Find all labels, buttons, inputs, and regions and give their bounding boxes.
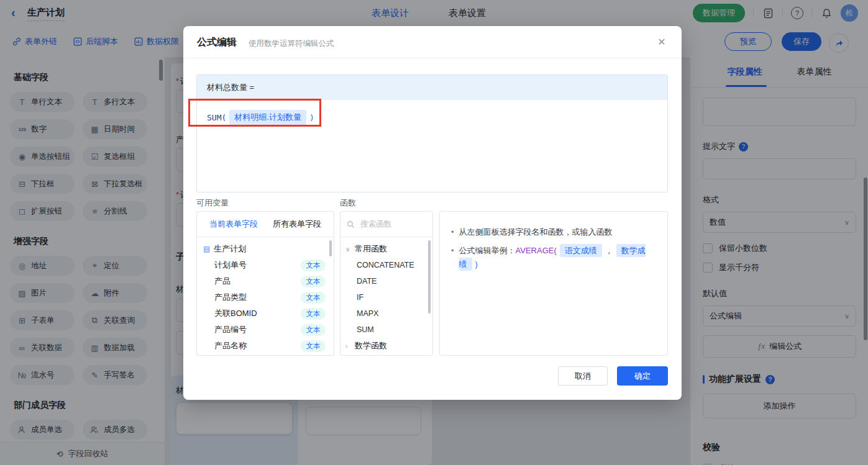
- comma-token: ，: [605, 246, 613, 255]
- function-item[interactable]: IF: [340, 289, 432, 305]
- hint-line-1: • 从左侧面板选择字段名和函数，或输入函数: [449, 225, 659, 239]
- example-chip-chinese-score: 语文成绩: [560, 244, 602, 257]
- modal-subtitle: 使用数学运算符编辑公式: [249, 38, 334, 49]
- close-paren-token: ): [475, 260, 478, 269]
- tab-all-form-fields[interactable]: 所有表单字段: [273, 219, 321, 230]
- variable-row[interactable]: 关联BOMID文本: [197, 305, 334, 322]
- modal-header: 公式编辑 使用数学运算符编辑公式 ×: [183, 26, 682, 58]
- type-tag: 文本: [301, 324, 326, 336]
- functions-scrollbar[interactable]: [428, 240, 431, 314]
- function-search-input[interactable]: [359, 219, 421, 229]
- app-root: ‹ 生产计划 表单设计 表单设置 数据管理 ? 检: [0, 0, 868, 465]
- hint-line-2: • 公式编辑举例：AVERAGE(语文成绩，数学成绩): [449, 244, 659, 271]
- type-tag: 文本: [301, 276, 326, 287]
- function-item[interactable]: DATE: [340, 273, 432, 289]
- bullet-icon: •: [451, 225, 454, 239]
- functions-label: 函数: [340, 197, 356, 209]
- formula-editor-box[interactable]: 材料总数量 = SUM( 材料明细.计划数量 ): [196, 74, 668, 192]
- form-doc-icon: ▤: [203, 245, 210, 253]
- variable-row[interactable]: 产品名称文本: [197, 338, 334, 354]
- variables-scrollbar[interactable]: [329, 240, 332, 256]
- type-tag: 文本: [301, 308, 326, 320]
- bullet-icon: •: [451, 244, 454, 258]
- variable-row[interactable]: 产品文本: [197, 273, 334, 289]
- function-item[interactable]: CONCATENATE: [340, 257, 432, 273]
- type-tag: 文本: [301, 340, 326, 352]
- chevron-right-icon: ›: [345, 343, 352, 350]
- function-group-common[interactable]: ∨ 常用函数: [340, 241, 432, 257]
- variable-row[interactable]: 计划单号文本: [197, 257, 334, 273]
- variable-row[interactable]: 产品编号文本: [197, 322, 334, 338]
- confirm-button[interactable]: 确定: [617, 366, 668, 386]
- variable-row[interactable]: 产品类型文本: [197, 289, 334, 305]
- cancel-button[interactable]: 取消: [558, 366, 608, 386]
- modal-title: 公式编辑: [197, 36, 237, 49]
- variables-label: 可用变量: [196, 197, 229, 209]
- average-function-token: AVERAGE(: [516, 246, 557, 255]
- function-group-math[interactable]: › 数学函数: [340, 338, 432, 354]
- variable-tree-root[interactable]: ▤ 生产计划: [197, 241, 334, 257]
- close-icon[interactable]: ×: [658, 35, 665, 48]
- formula-editor-modal: 公式编辑 使用数学运算符编辑公式 × 材料总数量 = SUM( 材料明细.计划数…: [183, 26, 682, 400]
- functions-panel: ∨ 常用函数 CONCATENATE DATE IF MAPX SUM › 数学…: [340, 211, 433, 356]
- function-item[interactable]: SUM: [340, 322, 432, 338]
- annotation-highlight-box: [188, 99, 321, 127]
- type-tag: 文本: [301, 260, 326, 271]
- variable-row[interactable]: 文本: [197, 354, 334, 356]
- variables-panel: 当前表单字段 所有表单字段 ▤ 生产计划 计划单号文本 产品文本 产品类型文本 …: [196, 211, 334, 356]
- hints-panel: • 从左侧面板选择字段名和函数，或输入函数 • 公式编辑举例：AVERAGE(语…: [439, 211, 668, 356]
- search-icon: [347, 220, 355, 228]
- tab-current-form-fields[interactable]: 当前表单字段: [209, 219, 258, 230]
- function-group-text[interactable]: › 文本函数: [340, 354, 432, 356]
- function-item[interactable]: MAPX: [340, 305, 432, 322]
- type-tag: 文本: [301, 292, 326, 304]
- function-search-row: [340, 212, 432, 237]
- chevron-down-icon: ∨: [345, 246, 352, 253]
- example-prefix: 公式编辑举例：: [459, 246, 516, 255]
- variables-tabs: 当前表单字段 所有表单字段: [197, 212, 334, 237]
- formula-target: 材料总数量 =: [197, 75, 667, 100]
